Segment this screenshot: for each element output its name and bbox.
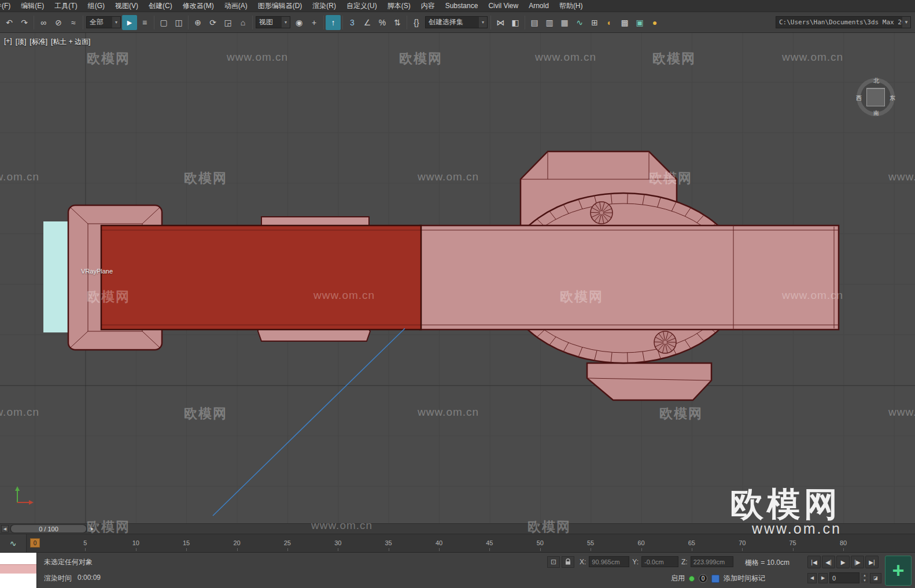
edit-selection-sets-icon[interactable]: {} <box>409 15 424 30</box>
bind-spacewarp-icon[interactable]: ≈ <box>66 15 81 30</box>
track-bar[interactable]: ∿ 0 5101520253035404550556065707580 <box>0 534 915 552</box>
selection-filter-dropdown[interactable]: 全部▾ <box>86 16 121 28</box>
next-frame-button[interactable]: |▶ <box>851 556 864 568</box>
tick-mark <box>136 548 136 551</box>
viewport-label-segment[interactable]: [+] <box>4 37 12 47</box>
add-time-tag-label[interactable]: 添加时间标记 <box>724 574 765 583</box>
plus-button[interactable]: + <box>885 556 912 586</box>
play-button[interactable]: ▶ <box>836 556 850 568</box>
sofa-bar-selected <box>101 225 421 330</box>
menu-item[interactable]: Civil View <box>483 0 523 12</box>
render-time-value: 0:00:09 <box>78 574 101 583</box>
menu-item[interactable]: 创建(C) <box>143 0 178 12</box>
selection-status: 未选定任何对象 <box>44 557 93 567</box>
viewport-label-segment[interactable]: [粘土 + 边面] <box>51 37 90 47</box>
menu-item[interactable]: 渲染(R) <box>307 0 341 12</box>
frame-spinner[interactable]: ▲▼ <box>861 573 868 583</box>
select-by-name-icon[interactable]: ≡ <box>137 15 152 30</box>
scene-explorer-icon[interactable]: ▤ <box>527 15 542 30</box>
chevron-down-icon[interactable]: ▾ <box>282 17 290 28</box>
prev-frame-button[interactable]: ◀| <box>822 556 835 568</box>
next-key-button[interactable]: ▶ <box>818 573 828 583</box>
move-icon[interactable]: ⊕ <box>190 15 205 30</box>
manipulate-icon[interactable]: + <box>307 15 322 30</box>
menu-item[interactable]: 图形编辑器(D) <box>253 0 308 12</box>
render-setup-icon[interactable]: ▩ <box>617 15 632 30</box>
time-back-button[interactable]: ◀ <box>1 525 9 532</box>
snap-3d-icon[interactable]: 3 <box>345 15 360 30</box>
toolbar-separator <box>323 16 324 29</box>
isolate-selection-icon[interactable]: ⊡ <box>547 556 560 568</box>
rendered-frame-icon[interactable]: ▣ <box>632 15 647 30</box>
menu-item[interactable]: 帮助(H) <box>554 0 588 12</box>
time-slider-thumb[interactable]: 0 / 100 <box>11 525 86 532</box>
chevron-down-icon[interactable]: ▾ <box>479 17 487 28</box>
go-start-button[interactable]: |◀ <box>807 556 821 568</box>
scale-icon[interactable]: ◲ <box>220 15 235 30</box>
pivot-center-icon[interactable]: ◉ <box>292 15 307 30</box>
menu-item[interactable]: 修改器(M) <box>178 0 219 12</box>
viewport-label-segment[interactable]: [顶] <box>16 37 27 47</box>
layer-explorer-icon[interactable]: ▥ <box>542 15 557 30</box>
menu-item[interactable]: 组(G) <box>83 0 110 12</box>
spinner-snap-icon[interactable]: ⇅ <box>390 15 405 30</box>
menu-item[interactable]: 内容 <box>416 0 440 12</box>
viewcube[interactable]: 北 南 东 西 <box>857 78 895 116</box>
coord-system-dropdown[interactable]: 视图▾ <box>256 16 290 28</box>
material-editor-icon[interactable]: ◐ <box>602 15 617 30</box>
maxscript-mini-listener[interactable] <box>0 553 37 588</box>
rotate-icon[interactable]: ⟳ <box>205 15 220 30</box>
angle-snap-icon[interactable]: ∠ <box>360 15 375 30</box>
menu-item[interactable]: 视图(V) <box>110 0 143 12</box>
selection-lock-icon[interactable] <box>562 556 574 568</box>
frame-number-field[interactable] <box>829 572 859 583</box>
tick-label: 35 <box>385 539 392 546</box>
viewport-label-segment[interactable]: [标准] <box>29 37 47 47</box>
select-link-icon[interactable]: ∞ <box>36 15 51 30</box>
curve-editor-icon[interactable]: ∿ <box>572 15 587 30</box>
go-end-button[interactable]: ▶| <box>865 556 879 568</box>
viewport[interactable]: [+][顶][标准][粘土 + 边面] VRayPlane 北 南 东 西 <box>0 33 915 523</box>
x-coordinate-field[interactable] <box>589 556 629 567</box>
place-icon[interactable]: ⌂ <box>235 15 250 30</box>
select-object-icon[interactable]: ► <box>122 15 137 30</box>
menu-item[interactable]: 编辑(E) <box>16 0 49 12</box>
window-crossing-icon[interactable]: ◫ <box>171 15 186 30</box>
y-coordinate-field[interactable] <box>641 556 678 567</box>
viewport-canvas[interactable] <box>0 33 915 523</box>
enabled-indicator[interactable] <box>689 576 695 582</box>
menu-item[interactable]: 文件(F) <box>0 0 16 12</box>
menu-item[interactable]: Substance <box>440 0 484 12</box>
menu-item[interactable]: 工具(T) <box>49 0 82 12</box>
named-sets-dropdown[interactable]: 创建选择集▾ <box>425 16 488 28</box>
chevron-down-icon[interactable]: ▼ <box>902 17 910 28</box>
chevron-down-icon[interactable]: ▾ <box>112 17 120 28</box>
menu-item[interactable]: 自定义(U) <box>341 0 382 12</box>
undo-icon[interactable]: ↶ <box>2 15 17 30</box>
mini-curve-editor-button[interactable]: ∿ <box>0 534 27 552</box>
ribbon-icon[interactable]: ▦ <box>557 15 572 30</box>
keyboard-override-icon[interactable]: ↑ <box>326 15 341 30</box>
viewcube-top-face[interactable] <box>866 88 885 106</box>
macro-recorder-row[interactable] <box>0 564 36 574</box>
schematic-view-icon[interactable]: ⊞ <box>587 15 602 30</box>
unlink-icon[interactable]: ⊘ <box>51 15 66 30</box>
mirror-icon[interactable]: ⋈ <box>493 15 508 30</box>
region-select-icon[interactable]: ▢ <box>156 15 171 30</box>
redo-icon[interactable]: ↷ <box>17 15 32 30</box>
current-frame-marker[interactable]: 0 <box>30 538 40 548</box>
z-coordinate-field[interactable] <box>691 556 733 567</box>
project-path-dropdown[interactable]: C:\Users\Han\Documents\3ds Max 2022 ▼ <box>776 16 911 28</box>
time-slider-track[interactable]: 0 / 100 <box>10 524 87 533</box>
time-forward-button[interactable]: ▶ <box>88 525 96 532</box>
prev-key-button[interactable]: ◀ <box>807 573 817 583</box>
tick-label: 80 <box>840 539 847 546</box>
menu-item[interactable]: Arnold <box>523 0 554 12</box>
align-icon[interactable]: ◧ <box>508 15 523 30</box>
render-production-icon[interactable]: ● <box>647 15 662 30</box>
menu-item[interactable]: 脚本(S) <box>382 0 416 12</box>
percent-snap-icon[interactable]: % <box>375 15 390 30</box>
key-mode-toggle-icon[interactable]: ◪ <box>870 573 881 583</box>
menu-item[interactable]: 动画(A) <box>219 0 253 12</box>
time-tag-icon[interactable] <box>711 575 720 583</box>
